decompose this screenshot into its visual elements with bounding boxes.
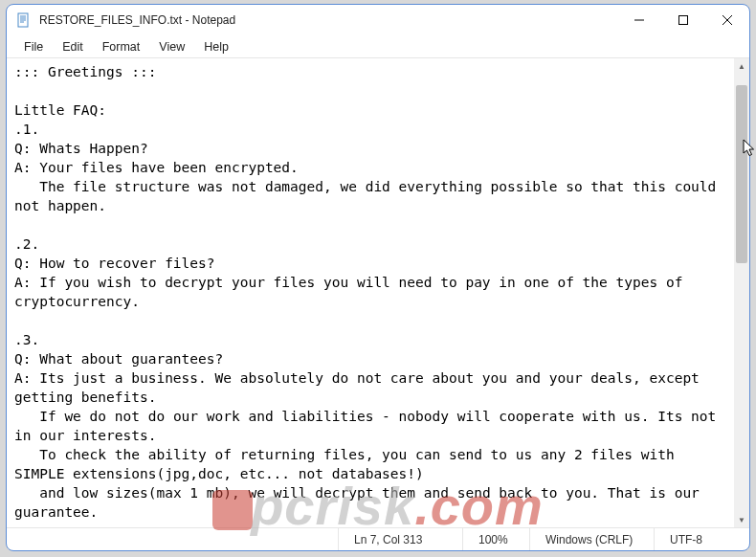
close-button[interactable]	[705, 5, 749, 35]
titlebar[interactable]: RESTORE_FILES_INFO.txt - Notepad	[7, 5, 749, 35]
window-controls	[617, 5, 749, 35]
svg-rect-1	[679, 16, 688, 25]
menu-edit[interactable]: Edit	[53, 38, 93, 56]
menubar: File Edit Format View Help	[7, 35, 749, 58]
minimize-button[interactable]	[617, 5, 661, 35]
menu-format[interactable]: Format	[93, 38, 150, 56]
scroll-up-button[interactable]: ▲	[734, 58, 749, 74]
menu-help[interactable]: Help	[194, 38, 238, 56]
status-zoom: 100%	[462, 528, 529, 550]
scrollbar-thumb[interactable]	[736, 85, 747, 263]
status-eol: Windows (CRLF)	[529, 528, 654, 550]
notepad-window: RESTORE_FILES_INFO.txt - Notepad File Ed…	[6, 4, 750, 551]
status-lncol: Ln 7, Col 313	[338, 528, 462, 550]
status-encoding: UTF-8	[654, 528, 749, 550]
content-area: ::: Greetings ::: Little FAQ: .1. Q: Wha…	[7, 58, 749, 527]
scroll-down-button[interactable]: ▼	[734, 512, 749, 527]
notepad-icon	[16, 12, 32, 28]
text-editor[interactable]: ::: Greetings ::: Little FAQ: .1. Q: Wha…	[7, 58, 734, 527]
statusbar: Ln 7, Col 313 100% Windows (CRLF) UTF-8	[7, 527, 749, 550]
window-title: RESTORE_FILES_INFO.txt - Notepad	[39, 13, 235, 27]
vertical-scrollbar[interactable]: ▲ ▼	[734, 58, 749, 527]
menu-file[interactable]: File	[14, 38, 53, 56]
menu-view[interactable]: View	[149, 38, 194, 56]
maximize-button[interactable]	[661, 5, 705, 35]
